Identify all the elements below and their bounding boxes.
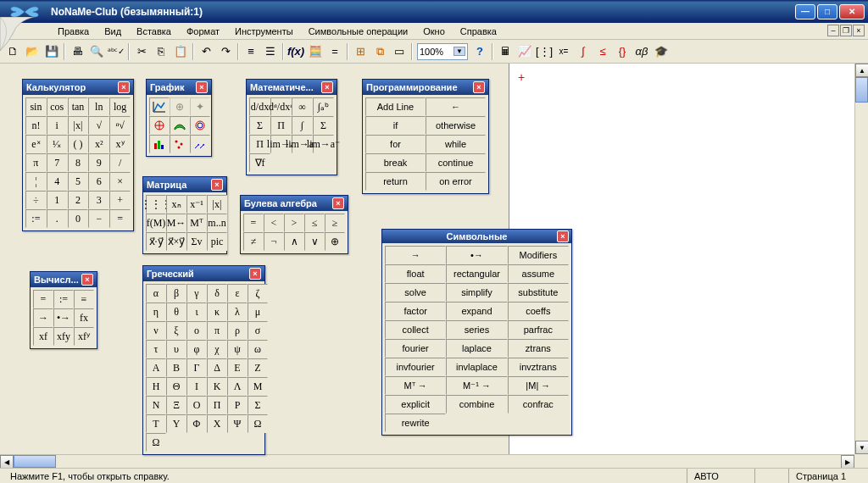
greek-button[interactable]: β [166, 284, 186, 303]
scatter3d-icon[interactable] [170, 135, 190, 153]
greek-button[interactable]: ψ [227, 340, 248, 358]
symbolic-button[interactable]: coeffs [508, 302, 569, 320]
evaluation-button[interactable]: xfy [53, 327, 74, 346]
scroll-thumb-h[interactable] [14, 455, 56, 468]
align-icon[interactable]: ≡ [242, 42, 260, 61]
mdi-restore[interactable]: ❐ [840, 25, 852, 36]
calculator-button[interactable]: cos [47, 97, 68, 116]
menu-insert[interactable]: Вставка [130, 25, 178, 38]
greek-button[interactable]: Ι [186, 377, 207, 396]
boolean-button[interactable]: ∧ [284, 232, 304, 251]
greek-button[interactable]: Μ [248, 377, 268, 396]
calculator-button[interactable]: + [109, 191, 131, 209]
evaluation-button[interactable]: → [33, 308, 53, 327]
symbolic-button[interactable]: → [385, 246, 446, 264]
trace-icon[interactable]: ✦ [190, 97, 210, 116]
close-icon[interactable]: × [118, 81, 130, 93]
horizontal-scrollbar[interactable]: ◀ ▶ [0, 454, 854, 468]
close-icon[interactable]: × [557, 230, 569, 242]
greek-button[interactable]: Θ [166, 377, 186, 396]
menu-help[interactable]: Справка [453, 25, 504, 38]
symbolic-button[interactable]: laplace [446, 339, 507, 358]
greek-palette-icon[interactable]: αβ [632, 42, 651, 61]
greek-button[interactable]: θ [166, 303, 186, 321]
greek-button[interactable]: Π [207, 396, 227, 414]
matrix-button[interactable]: pic [207, 232, 227, 251]
calculator-button[interactable]: / [109, 153, 131, 172]
close-icon[interactable]: × [249, 268, 261, 280]
calculator-button[interactable]: := [25, 209, 47, 228]
close-button[interactable]: ✕ [839, 4, 865, 19]
minimize-button[interactable]: — [795, 4, 815, 19]
symbolic-button[interactable]: Modifiers [508, 246, 569, 264]
programming-button[interactable]: Add Line [365, 97, 426, 116]
evaluation-button[interactable]: ≡ [74, 290, 94, 308]
print-icon[interactable]: 🖶 [68, 42, 86, 61]
greek-button[interactable]: γ [186, 284, 207, 303]
scroll-right-icon[interactable]: ▶ [841, 455, 854, 469]
greek-button[interactable]: ξ [166, 321, 186, 340]
symbolic-button[interactable]: parfrac [508, 320, 569, 339]
matrix-palette[interactable]: Матрица× ⋮⋮⋮xₙx⁻¹|x|f(M)M↔Mᵀm..nx⃗·y⃗x⃗×… [142, 176, 227, 254]
matrix-button[interactable]: ⋮⋮⋮ [146, 195, 166, 214]
align2-icon[interactable]: ☰ [261, 42, 280, 61]
programming-button[interactable]: for [365, 135, 426, 153]
calculator-button[interactable]: ⁿ√ [109, 116, 131, 135]
calculator-palette[interactable]: Калькулятор× sincostanlnlogn!i|x|√ⁿ√eˣ¹⁄… [22, 79, 134, 231]
menu-symbolics[interactable]: Символьные операции [302, 25, 415, 38]
calculus-button[interactable]: ∇f [249, 153, 270, 172]
menu-edit[interactable]: Правка [51, 25, 96, 38]
greek-button[interactable]: μ [248, 303, 268, 321]
symbolic-button[interactable]: invztrans [508, 358, 569, 376]
calculus-button[interactable]: ∞ [292, 97, 313, 116]
calculator-button[interactable]: sin [25, 97, 47, 116]
calculator-button[interactable]: √ [88, 116, 109, 135]
symbolic-button[interactable]: simplify [446, 283, 507, 302]
greek-button[interactable]: υ [166, 340, 186, 358]
menu-view[interactable]: Вид [97, 25, 128, 38]
boolean-button[interactable]: = [243, 214, 264, 232]
greek-button[interactable]: Λ [227, 377, 248, 396]
programming-palette[interactable]: Программирование× Add Line←ifotherwisefo… [362, 79, 489, 194]
calculator-button[interactable]: eˣ [25, 135, 47, 153]
evaluation-button[interactable]: := [53, 290, 74, 308]
vertical-scrollbar[interactable]: ▲ ▼ [854, 64, 868, 454]
calculator-button[interactable]: ¦ [25, 172, 47, 191]
programming-button[interactable]: return [365, 172, 426, 191]
greek-button[interactable]: Ν [146, 396, 166, 414]
calculator-button[interactable]: tan [68, 97, 89, 116]
greek-button[interactable]: α [146, 284, 166, 303]
greek-button[interactable]: φ [186, 340, 207, 358]
copy-icon[interactable]: ⎘ [152, 42, 170, 61]
calculator-button[interactable]: xʸ [109, 135, 131, 153]
calculator-button[interactable]: ( ) [68, 135, 89, 153]
xy-plot-icon[interactable] [149, 97, 170, 116]
calculator-button[interactable]: π [25, 153, 47, 172]
programming-button[interactable]: otherwise [426, 116, 486, 135]
evaluation-palette[interactable]: Вычисл...× =:=≡→•→fxxfxfyxfʸ [30, 271, 97, 349]
calculus-button[interactable]: dⁿ/dxⁿ [270, 97, 292, 116]
greek-button[interactable]: Σ [248, 396, 268, 414]
region-icon[interactable]: ▭ [390, 42, 409, 61]
greek-button[interactable]: λ [227, 303, 248, 321]
evaluation-button[interactable]: xf [33, 327, 53, 346]
zoom-combo[interactable]: ▼ [417, 43, 468, 60]
vector-plot-icon[interactable] [190, 135, 210, 153]
symbolic-button[interactable]: M⁻¹ → [446, 376, 507, 395]
calculator-button[interactable]: 7 [47, 153, 68, 172]
programming-button[interactable]: continue [426, 153, 486, 172]
calculator-button[interactable]: 4 [47, 172, 68, 191]
calculator-palette-icon[interactable]: 🖩 [496, 42, 515, 61]
greek-button[interactable]: Ζ [248, 358, 268, 377]
greek-button[interactable]: Ω [248, 414, 268, 433]
evaluation-button[interactable]: •→ [53, 308, 74, 327]
programming-button[interactable]: on error [426, 172, 486, 191]
matrix-button[interactable]: x⁻¹ [186, 195, 207, 214]
programming-palette-icon[interactable]: {} [613, 42, 632, 61]
matrix-button[interactable]: Mᵀ [186, 214, 207, 232]
matrix-button[interactable]: |x| [207, 195, 227, 214]
close-icon[interactable]: × [81, 274, 93, 286]
evaluation-palette-icon[interactable]: x= [554, 42, 573, 61]
unit-icon[interactable]: 🧮 [306, 42, 325, 61]
boolean-button[interactable]: ≤ [304, 214, 325, 232]
